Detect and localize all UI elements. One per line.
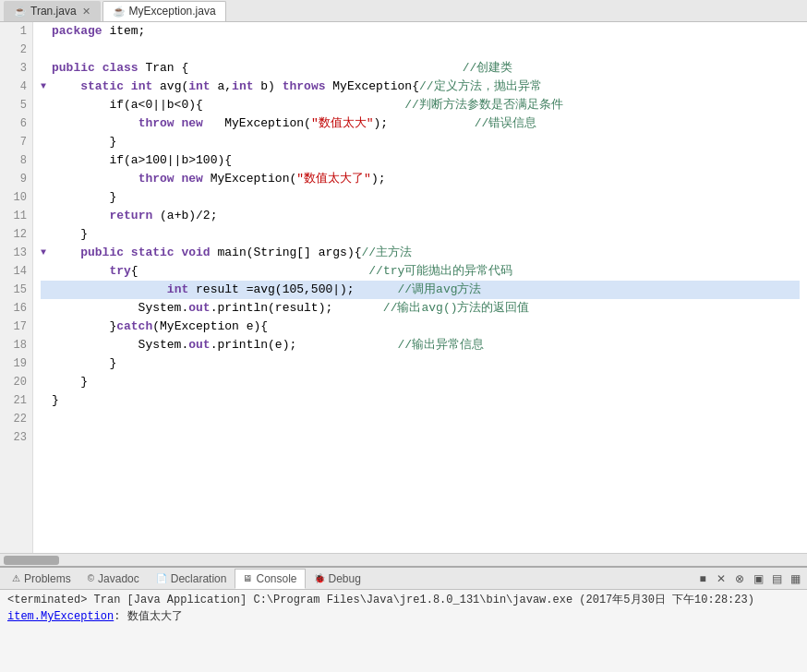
line-number-3: 3 (6, 59, 27, 78)
horizontal-scrollbar[interactable] (0, 553, 807, 566)
line-number-11: 11 (6, 207, 27, 225)
code-line-20: } (41, 373, 800, 391)
code-line-7: } (41, 133, 800, 151)
token: new (181, 170, 202, 188)
token: .println(result); (211, 299, 333, 318)
line-number-1: 1 (6, 22, 27, 41)
token: class (102, 59, 139, 78)
token: "数值太大" (311, 114, 374, 133)
problems-tab-icon: ⚠ (12, 573, 20, 583)
code-line-3: public class Tran { //创建类 (41, 59, 800, 78)
console-class-link[interactable]: item.MyException (7, 610, 114, 623)
console-toolbar: ■✕⊗▣▤▦ (694, 570, 803, 587)
token: public (80, 244, 124, 262)
token: //输出异常信息 (296, 336, 484, 354)
token: int (188, 78, 210, 96)
tab-tran-java[interactable]: ☕ Tran.java ✕ (4, 1, 101, 21)
line-number-14: 14 (6, 262, 27, 281)
token: } (52, 391, 59, 410)
token (52, 170, 139, 188)
line-number-18: 18 (6, 336, 27, 354)
console-toolbar-btn-1[interactable]: ✕ (713, 570, 729, 587)
line-number-19: 19 (6, 354, 27, 373)
line-number-8: 8 (6, 151, 27, 170)
console-tab-icon: 🖥 (243, 573, 252, 583)
console-toolbar-btn-3[interactable]: ▣ (750, 570, 766, 587)
console-tab-label: Console (256, 572, 296, 585)
console-toolbar-btn-4[interactable]: ▤ (768, 570, 785, 587)
line-number-7: 7 (6, 133, 27, 151)
token: b) (253, 78, 282, 96)
code-line-21: } (41, 391, 800, 410)
line-number-21: 21 (6, 391, 27, 410)
token: } (52, 354, 116, 373)
code-line-8: if(a>100||b>100){ (41, 151, 800, 170)
bottom-tab-javadoc[interactable]: ©Javadoc (79, 569, 148, 589)
declaration-tab-label: Declaration (171, 572, 227, 585)
code-line-9: throw new MyException("数值太大了"); (41, 170, 800, 188)
line-number-6: 6 (6, 114, 27, 133)
code-content[interactable]: package item;public class Tran { //创建类▼ … (33, 22, 807, 553)
token: } (52, 318, 116, 336)
token (95, 59, 102, 78)
bottom-tab-debug[interactable]: 🐞Debug (306, 569, 369, 589)
token: ); (374, 114, 389, 133)
token: catch (116, 318, 152, 336)
token (124, 78, 131, 96)
fold-marker-4[interactable]: ▼ (41, 78, 52, 96)
token: MyException( (203, 114, 311, 133)
token: .println(e); (211, 336, 297, 354)
token: //try可能抛出的异常代码 (139, 262, 513, 281)
line-number-16: 16 (6, 299, 27, 318)
fold-marker-13[interactable]: ▼ (41, 244, 52, 262)
code-line-23 (41, 428, 800, 447)
line-number-13: 13 (6, 244, 27, 262)
console-output-suffix: : 数值太大了 (114, 610, 182, 623)
token: //错误信息 (388, 114, 536, 133)
code-line-17: }catch(MyException e){ (41, 318, 800, 336)
token: throws (283, 78, 326, 96)
console-toolbar-btn-5[interactable]: ▦ (787, 570, 803, 587)
scrollbar-thumb[interactable] (4, 556, 59, 565)
tab-myexception-java[interactable]: ☕ MyException.java (102, 1, 226, 21)
code-line-6: throw new MyException("数值太大"); //错误信息 (41, 114, 800, 133)
token: return (109, 207, 152, 225)
token: public (52, 59, 95, 78)
console-toolbar-btn-2[interactable]: ⊗ (731, 570, 748, 587)
line-number-22: 22 (6, 410, 27, 428)
line-number-17: 17 (6, 318, 27, 336)
token: main(String[] args){ (211, 244, 362, 262)
token: } (52, 373, 88, 391)
myexception-java-icon: ☕ (113, 6, 126, 18)
token: ); (371, 170, 386, 188)
token (124, 244, 131, 262)
token: out (188, 336, 210, 354)
token: { (131, 262, 139, 281)
bottom-tab-console[interactable]: 🖥Console (235, 569, 305, 589)
token: package (52, 22, 102, 41)
console-toolbar-btn-0[interactable]: ■ (694, 570, 711, 587)
token (52, 262, 109, 281)
debug-tab-label: Debug (329, 572, 361, 585)
editor-tab-bar: ☕ Tran.java ✕ ☕ MyException.java (0, 0, 807, 22)
code-line-5: if(a<0||b<0){ //判断方法参数是否满足条件 (41, 96, 800, 114)
token (175, 114, 182, 133)
token: void (181, 244, 210, 262)
token: static (80, 78, 124, 96)
token (175, 170, 182, 188)
line-numbers: 1234567891011121314151617181920212223 (0, 22, 33, 553)
code-line-13: ▼ public static void main(String[] args)… (41, 244, 800, 262)
code-area[interactable]: 1234567891011121314151617181920212223 pa… (0, 22, 807, 553)
token: //创建类 (188, 59, 512, 78)
token: //主方法 (362, 244, 413, 262)
bottom-tab-declaration[interactable]: 📄Declaration (148, 569, 235, 589)
javadoc-tab-label: Javadoc (98, 572, 139, 585)
token: } (52, 133, 116, 151)
token (52, 78, 80, 96)
bottom-panel: ⚠Problems©Javadoc📄Declaration🖥Console🐞De… (0, 566, 807, 672)
tab-tran-close[interactable]: ✕ (82, 6, 90, 18)
token: //定义方法，抛出异常 (419, 78, 542, 96)
console-terminated-line: <terminated> Tran [Java Application] C:\… (7, 592, 800, 608)
bottom-tab-problems[interactable]: ⚠Problems (4, 569, 79, 589)
token: try (109, 262, 130, 281)
